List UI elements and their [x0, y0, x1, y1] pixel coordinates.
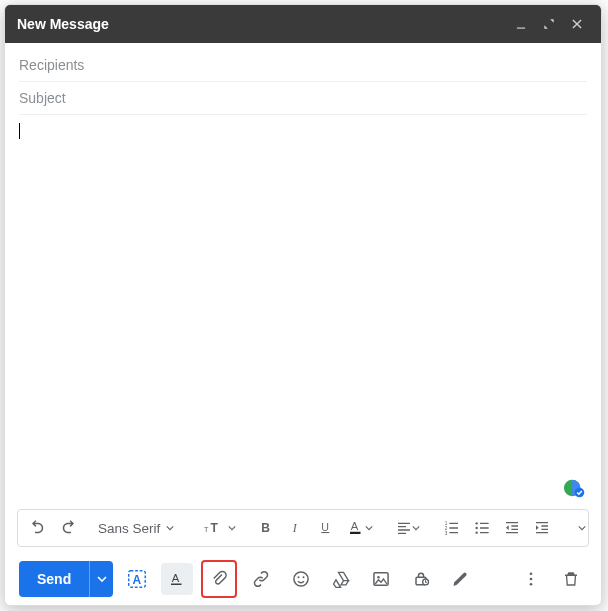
bulleted-list-icon	[474, 520, 490, 536]
font-family-select[interactable]: Sans Serif	[94, 514, 188, 542]
drive-icon	[331, 569, 351, 589]
indent-less-icon	[504, 520, 520, 536]
formatting-toolbar: Sans Serif T T B I U A	[17, 509, 589, 547]
confidential-mode-button[interactable]	[405, 563, 437, 595]
underline-a-icon: A	[168, 570, 186, 588]
svg-text:B: B	[261, 521, 270, 535]
chevron-down-icon	[578, 524, 586, 532]
redo-button[interactable]	[54, 514, 82, 542]
font-family-label: Sans Serif	[98, 521, 160, 536]
chevron-down-icon	[412, 524, 420, 532]
svg-rect-9	[321, 532, 329, 533]
message-body-area	[5, 115, 601, 509]
image-icon	[371, 569, 391, 589]
assistant-badge-icon[interactable]	[563, 477, 585, 499]
svg-point-17	[475, 531, 477, 533]
header-fields	[5, 43, 601, 115]
chevron-down-icon	[166, 524, 174, 532]
svg-rect-11	[350, 532, 361, 534]
align-left-icon	[396, 520, 412, 536]
fullscreen-icon	[542, 17, 556, 31]
svg-point-31	[530, 583, 533, 586]
send-split-button: Send	[19, 561, 113, 597]
underline-button[interactable]: U	[312, 514, 340, 542]
bulleted-list-button[interactable]	[468, 514, 496, 542]
svg-point-29	[530, 572, 533, 575]
send-button[interactable]: Send	[19, 561, 89, 597]
indent-less-button[interactable]	[498, 514, 526, 542]
insert-emoji-button[interactable]	[285, 563, 317, 595]
numbered-list-button[interactable]: 123	[438, 514, 466, 542]
svg-point-24	[303, 576, 305, 578]
svg-point-30	[530, 578, 533, 581]
paperclip-icon	[210, 570, 228, 588]
text-color-icon: A	[347, 519, 365, 537]
svg-rect-0	[517, 28, 525, 29]
svg-text:T: T	[204, 525, 209, 534]
italic-button[interactable]: I	[282, 514, 310, 542]
svg-rect-21	[171, 584, 182, 586]
font-size-icon: T T	[204, 519, 228, 537]
underline-icon: U	[318, 520, 334, 536]
subject-input[interactable]	[19, 82, 587, 115]
format-a-icon: A	[126, 568, 148, 590]
attach-file-button[interactable]	[201, 560, 237, 598]
insert-photo-button[interactable]	[365, 563, 397, 595]
align-button[interactable]	[390, 514, 426, 542]
insert-drive-button[interactable]	[325, 563, 357, 595]
svg-text:3: 3	[445, 531, 448, 536]
insert-link-button[interactable]	[245, 563, 277, 595]
text-color-button[interactable]: A	[342, 514, 378, 542]
formatting-options-button[interactable]: A	[121, 563, 153, 595]
svg-text:T: T	[210, 521, 218, 535]
emoji-icon	[291, 569, 311, 589]
svg-text:I: I	[292, 521, 298, 535]
discard-draft-button[interactable]	[555, 563, 587, 595]
chevron-down-icon	[365, 524, 373, 532]
close-button[interactable]	[565, 12, 589, 36]
insert-signature-button[interactable]	[445, 563, 477, 595]
svg-text:A: A	[133, 573, 142, 587]
bold-button[interactable]: B	[252, 514, 280, 542]
minimize-button[interactable]	[509, 12, 533, 36]
more-options-button[interactable]	[515, 563, 547, 595]
svg-point-22	[294, 572, 308, 586]
svg-point-26	[377, 576, 380, 579]
svg-point-16	[475, 527, 477, 529]
window-controls	[509, 12, 589, 36]
message-body[interactable]	[19, 123, 587, 509]
svg-point-23	[298, 576, 300, 578]
svg-point-15	[475, 522, 477, 524]
text-style-button[interactable]: A	[161, 563, 193, 595]
minimize-icon	[514, 17, 528, 31]
more-formatting-button[interactable]	[568, 514, 596, 542]
font-size-button[interactable]: T T	[200, 514, 240, 542]
chevron-down-icon	[97, 574, 107, 584]
window-title: New Message	[17, 16, 509, 32]
svg-text:A: A	[172, 572, 180, 584]
pen-icon	[451, 569, 471, 589]
action-toolbar: Send A A	[5, 553, 601, 605]
indent-more-icon	[534, 520, 550, 536]
fullscreen-button[interactable]	[537, 12, 561, 36]
titlebar: New Message	[5, 5, 601, 43]
link-icon	[251, 569, 271, 589]
undo-icon	[29, 519, 47, 537]
chevron-down-icon	[228, 524, 236, 532]
recipients-input[interactable]	[19, 49, 587, 82]
trash-icon	[562, 570, 580, 588]
svg-text:A: A	[351, 520, 359, 532]
kebab-icon	[522, 570, 540, 588]
bold-icon: B	[258, 520, 274, 536]
svg-text:U: U	[321, 521, 329, 533]
confidential-icon	[411, 569, 431, 589]
italic-icon: I	[288, 520, 304, 536]
redo-icon	[59, 519, 77, 537]
send-options-button[interactable]	[89, 561, 113, 597]
compose-window: New Message	[4, 4, 602, 606]
text-caret	[19, 123, 20, 139]
undo-button[interactable]	[24, 514, 52, 542]
numbered-list-icon: 123	[444, 520, 460, 536]
indent-more-button[interactable]	[528, 514, 556, 542]
close-icon	[570, 17, 584, 31]
